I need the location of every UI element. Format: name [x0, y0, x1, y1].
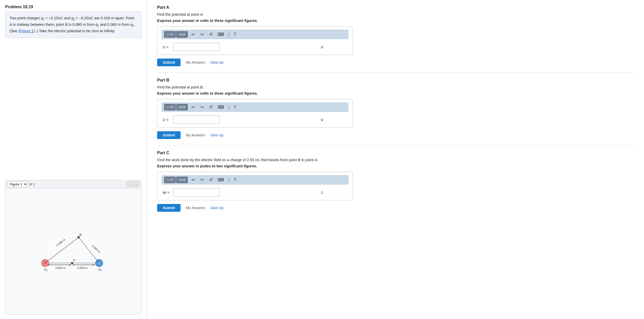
figure-link[interactable]: Figure 1	[20, 29, 33, 33]
part-c-keyboard-button[interactable]: ⌨	[216, 177, 226, 183]
part-a-undo-button[interactable]: ↩	[190, 31, 197, 38]
part-c-undo-button[interactable]: ↩	[190, 177, 197, 183]
part-a-section: Part A Find the potential at point A. Ex…	[157, 5, 634, 73]
part-c-answer-row: W = J	[162, 188, 349, 197]
svg-text:B: B	[79, 233, 82, 237]
part-c-help-button[interactable]: ?	[232, 177, 238, 183]
part-b-answer-row: V = V	[162, 116, 349, 124]
part-c-refresh-button[interactable]: ↺	[207, 177, 214, 183]
part-c-sep: |	[228, 178, 230, 182]
figure-canvas: + −	[5, 189, 141, 314]
part-b-undo-button[interactable]: ↩	[190, 104, 197, 110]
part-c-answer-box: □ √Π ΑΣΦ ↩ ↪ ↺ ⌨ | ? W = J	[157, 172, 353, 200]
part-c-give-up[interactable]: Give Up	[210, 206, 224, 210]
part-b-greek-button[interactable]: ΑΣΦ	[176, 104, 188, 110]
part-b-matrix-button[interactable]: □ √Π	[164, 104, 176, 110]
figure-toolbar: Figure 1 of 1 ‹ ›	[5, 180, 141, 189]
part-b-submit-button[interactable]: Submit	[157, 131, 181, 139]
part-b-desc: Find the potential at point B.	[157, 85, 634, 89]
svg-text:2: 2	[101, 269, 102, 272]
svg-text:q: q	[44, 267, 46, 271]
figure-prev-button[interactable]: ‹	[126, 182, 132, 187]
part-a-matrix-button[interactable]: □ √Π	[164, 31, 176, 38]
part-b-answer-box: □ √Π ΑΣΦ ↩ ↪ ↺ ⌨ | ? V = V	[157, 99, 353, 128]
matrix-icon: □	[166, 32, 168, 36]
sqrt-icon-c: √Π	[169, 178, 174, 182]
part-a-give-up[interactable]: Give Up	[210, 60, 224, 64]
part-b-unit: V	[321, 118, 323, 122]
part-c-unit: J	[321, 190, 323, 195]
part-a-sep: |	[228, 32, 230, 37]
part-c-matrix-group: □ √Π ΑΣΦ	[164, 177, 188, 183]
part-a-answer-box: □ √Π ΑΣΦ ↩ ↪ ↺ ⌨ | ? V = V	[157, 26, 353, 55]
part-b-my-answers[interactable]: My Answers	[186, 133, 205, 137]
part-c-submit-button[interactable]: Submit	[157, 204, 181, 212]
part-c-matrix-button[interactable]: □ √Π	[164, 177, 176, 183]
svg-text:0.080 m: 0.080 m	[56, 238, 66, 247]
left-panel: Problem 18.19 Two point charges q1 = +2.…	[0, 0, 147, 319]
greek-label-b: ΑΣΦ	[179, 105, 185, 109]
figure-next-button[interactable]: ›	[133, 182, 139, 187]
part-b-input[interactable]	[173, 116, 220, 124]
part-c-math-toolbar: □ √Π ΑΣΦ ↩ ↪ ↺ ⌨ | ?	[162, 175, 349, 185]
part-c-input[interactable]	[173, 188, 220, 197]
problem-description: Two point charges q1 = +2.15nC and q2 = …	[10, 16, 135, 33]
svg-text:0.050 m: 0.050 m	[55, 266, 66, 269]
part-c-label: Part C	[157, 151, 634, 155]
part-a-input[interactable]	[173, 43, 220, 51]
matrix-icon-b: □	[166, 105, 168, 109]
part-b-keyboard-button[interactable]: ⌨	[216, 104, 226, 110]
part-a-help-button[interactable]: ?	[232, 31, 238, 38]
part-b-section: Part B Find the potential at point B. Ex…	[157, 78, 634, 145]
part-c-var-label: W =	[163, 190, 170, 195]
part-b-var-label: V =	[163, 118, 170, 122]
part-b-instruction: Express your answer in volts to three si…	[157, 91, 634, 95]
part-b-refresh-button[interactable]: ↺	[207, 104, 214, 110]
part-a-matrix-group: □ √Π ΑΣΦ	[164, 31, 188, 38]
part-b-give-up[interactable]: Give Up	[210, 133, 224, 137]
part-a-keyboard-button[interactable]: ⌨	[216, 31, 226, 38]
sqrt-icon: √Π	[169, 32, 174, 36]
part-b-math-toolbar: □ √Π ΑΣΦ ↩ ↪ ↺ ⌨ | ?	[162, 102, 349, 112]
sqrt-icon-b: √Π	[169, 105, 174, 109]
part-b-help-button[interactable]: ?	[232, 104, 238, 110]
figure-svg: + −	[30, 223, 117, 280]
part-c-desc: Find the work done by the electric field…	[157, 158, 634, 162]
greek-label-a: ΑΣΦ	[179, 32, 185, 36]
figure-select[interactable]: Figure 1	[7, 181, 28, 187]
svg-text:1: 1	[47, 269, 48, 272]
part-c-greek-button[interactable]: ΑΣΦ	[176, 177, 188, 183]
matrix-icon-c: □	[166, 178, 168, 182]
part-a-label: Part A	[157, 5, 634, 10]
part-a-unit: V	[321, 45, 323, 49]
part-a-answer-row: V = V	[162, 43, 349, 51]
greek-label-c: ΑΣΦ	[179, 178, 185, 182]
problem-box: Two point charges q1 = +2.15nC and q2 = …	[5, 11, 141, 38]
right-panel: Part A Find the potential at point A. Ex…	[147, 0, 644, 319]
part-a-desc: Find the potential at point A.	[157, 12, 634, 17]
part-b-label: Part B	[157, 78, 634, 83]
part-a-refresh-button[interactable]: ↺	[207, 31, 214, 38]
part-c-section: Part C Find the work done by the electri…	[157, 151, 634, 218]
part-c-my-answers[interactable]: My Answers	[186, 206, 205, 210]
figure-of: of 1	[29, 182, 35, 186]
part-a-instruction: Express your answer in volts to three si…	[157, 19, 634, 23]
part-a-redo-button[interactable]: ↪	[199, 31, 205, 38]
problem-title: Problem 18.19	[5, 5, 141, 9]
svg-text:0.060 m: 0.060 m	[91, 244, 101, 253]
part-c-instruction: Express your answer in joules to two sig…	[157, 164, 634, 168]
part-a-my-answers[interactable]: My Answers	[186, 60, 205, 64]
part-a-submit-button[interactable]: Submit	[157, 59, 181, 66]
part-c-action-row: Submit My Answers Give Up	[157, 204, 634, 212]
figure-nav-group: ‹ ›	[126, 182, 139, 187]
part-a-greek-button[interactable]: ΑΣΦ	[176, 31, 188, 38]
part-a-var-label: V =	[163, 45, 170, 49]
part-c-redo-button[interactable]: ↪	[199, 177, 205, 183]
figure-panel: Figure 1 of 1 ‹ › + −	[5, 180, 141, 314]
part-b-action-row: Submit My Answers Give Up	[157, 131, 634, 139]
svg-text:A: A	[73, 258, 75, 262]
part-b-redo-button[interactable]: ↪	[199, 104, 205, 110]
part-b-sep: |	[228, 105, 230, 110]
part-b-matrix-group: □ √Π ΑΣΦ	[164, 104, 188, 110]
part-a-action-row: Submit My Answers Give Up	[157, 59, 634, 66]
